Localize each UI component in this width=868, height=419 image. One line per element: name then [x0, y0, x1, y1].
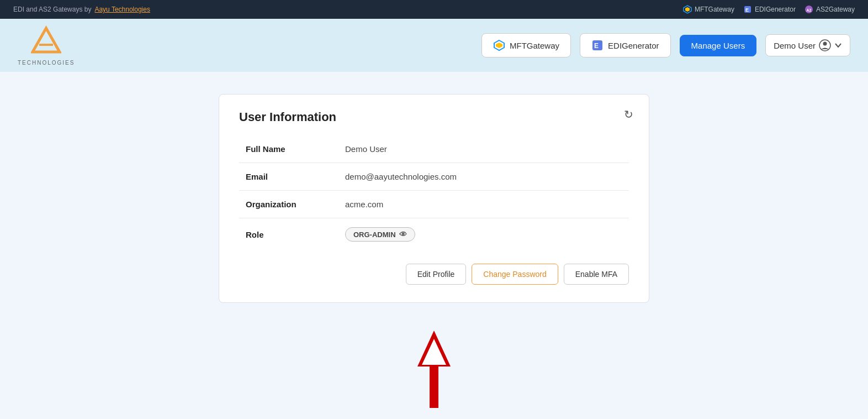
- table-row: Role ORG-ADMIN 👁: [239, 218, 629, 251]
- field-value-email: demo@aayutechnologies.com: [338, 163, 629, 191]
- eye-icon[interactable]: 👁: [399, 230, 407, 239]
- topbar-product-mft[interactable]: MFTGateway: [683, 5, 734, 14]
- nav-mftgateway-label: MFTGateway: [510, 41, 559, 50]
- field-label-email: Email: [239, 163, 338, 191]
- topbar-product-as2[interactable]: A2 AS2Gateway: [805, 5, 855, 14]
- svg-marker-9: [496, 43, 502, 48]
- role-badge-text: ORG-ADMIN: [353, 231, 396, 239]
- red-arrow-icon: [412, 331, 456, 419]
- mftgateway-nav-icon: [493, 39, 505, 51]
- field-label-fullname: Full Name: [239, 135, 338, 163]
- topbar-mft-label: MFTGateway: [695, 6, 734, 13]
- svg-rect-14: [430, 364, 438, 408]
- table-row: Email demo@aayutechnologies.com: [239, 163, 629, 191]
- change-password-button[interactable]: Change Password: [472, 264, 558, 285]
- topbar-edi-label: EDIGenerator: [755, 6, 796, 13]
- chevron-down-icon: [834, 41, 842, 49]
- mft-topbar-icon: [683, 5, 692, 14]
- logo-subtitle: TECHNOLOGIES: [18, 60, 75, 66]
- logo-letter: [31, 25, 61, 60]
- field-label-org: Organization: [239, 191, 338, 218]
- edigenerator-nav-icon: E: [591, 39, 604, 51]
- field-value-role: ORG-ADMIN 👁: [338, 218, 629, 251]
- arrow-annotation: [0, 331, 868, 419]
- action-buttons: Edit Profile Change Password Enable MFA: [239, 264, 629, 285]
- header: TECHNOLOGIES MFTGateway E EDIGenerator M…: [0, 19, 868, 72]
- svg-marker-1: [685, 7, 690, 12]
- nav-manageusers-label: Manage Users: [691, 41, 745, 50]
- topbar-as2-label: AS2Gateway: [816, 6, 855, 13]
- user-info-card: User Information ↻ Full Name Demo User E…: [219, 94, 649, 303]
- table-row: Full Name Demo User: [239, 135, 629, 163]
- svg-text:E: E: [745, 7, 749, 13]
- svg-point-13: [823, 42, 827, 46]
- as2-topbar-icon: A2: [805, 5, 813, 14]
- field-value-fullname: Demo User: [338, 135, 629, 163]
- enable-mfa-button[interactable]: Enable MFA: [564, 264, 629, 285]
- logo: TECHNOLOGIES: [18, 25, 75, 66]
- user-avatar-icon: [819, 39, 831, 51]
- user-menu[interactable]: Demo User: [765, 34, 850, 56]
- svg-marker-6: [33, 28, 60, 52]
- nav-manageusers[interactable]: Manage Users: [680, 35, 757, 56]
- field-label-role: Role: [239, 218, 338, 251]
- table-row: Organization acme.com: [239, 191, 629, 218]
- card-title: User Information: [239, 110, 629, 124]
- user-label: Demo User: [774, 41, 816, 50]
- user-info-table: Full Name Demo User Email demo@aayutechn…: [239, 135, 629, 250]
- main-content: User Information ↻ Full Name Demo User E…: [0, 72, 868, 325]
- aayu-logo-icon: [31, 25, 61, 56]
- svg-text:A2: A2: [806, 8, 811, 12]
- topbar-product-edi[interactable]: E EDIGenerator: [743, 5, 796, 14]
- topbar-prefix: EDI and AS2 Gateways by: [13, 6, 91, 13]
- edit-profile-button[interactable]: Edit Profile: [406, 264, 467, 285]
- topbar-brand-link[interactable]: Aayu Technologies: [94, 6, 150, 13]
- refresh-button[interactable]: ↻: [624, 108, 633, 121]
- nav-edigenerator[interactable]: E EDIGenerator: [580, 33, 671, 57]
- edi-topbar-icon: E: [743, 5, 752, 14]
- svg-text:E: E: [594, 42, 599, 50]
- role-badge: ORG-ADMIN 👁: [345, 227, 415, 242]
- topbar-products: MFTGateway E EDIGenerator A2 AS2Gateway: [683, 5, 855, 14]
- nav-mftgateway[interactable]: MFTGateway: [481, 33, 571, 57]
- field-value-org: acme.com: [338, 191, 629, 218]
- topbar: EDI and AS2 Gateways by Aayu Technologie…: [0, 0, 868, 19]
- nav-edigenerator-label: EDIGenerator: [608, 41, 659, 50]
